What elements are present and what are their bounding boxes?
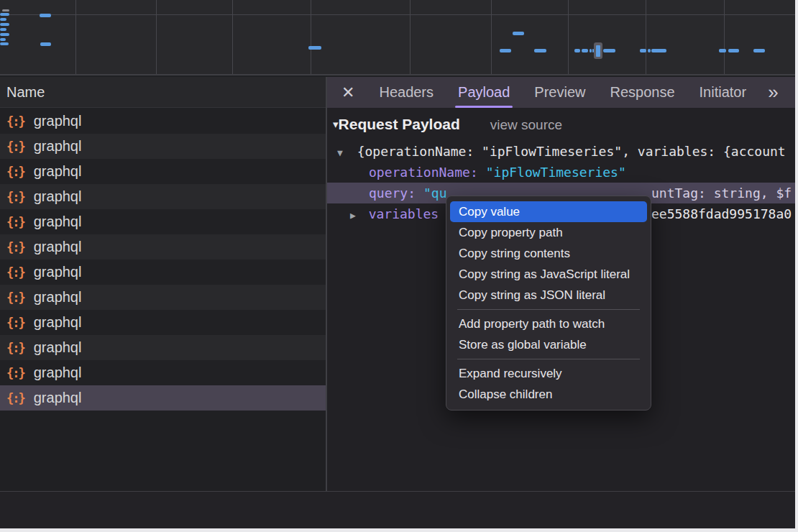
timeline-request-bar xyxy=(651,49,666,52)
menu-item-copy-string-as-javascript-literal[interactable]: Copy string as JavaScript literal xyxy=(446,264,651,285)
details-tab-bar: ✕ HeadersPayloadPreviewResponseInitiator… xyxy=(327,77,795,108)
view-source-link[interactable]: view source xyxy=(490,117,562,132)
timeline-gridline xyxy=(646,0,646,75)
json-braces-icon: {:} xyxy=(6,215,24,229)
variables-key: variables xyxy=(369,206,439,221)
expand-triangle-icon[interactable]: ▼ xyxy=(337,142,343,162)
json-braces-icon: {:} xyxy=(6,366,24,380)
timeline-gray-tick xyxy=(2,9,9,12)
menu-item-copy-property-path[interactable]: Copy property path xyxy=(446,222,651,243)
expand-triangle-icon[interactable]: ▶ xyxy=(350,205,356,224)
network-overview-timeline[interactable] xyxy=(0,0,795,75)
timeline-request-bar xyxy=(0,23,9,26)
menu-item-copy-string-contents[interactable]: Copy string contents xyxy=(446,243,651,264)
menu-separator xyxy=(457,309,640,310)
timeline-gridline xyxy=(232,0,233,75)
request-name: graphql xyxy=(34,214,82,230)
timeline-request-bar xyxy=(513,32,524,35)
timeline-gridline xyxy=(156,0,157,75)
query-value-right-fragment: untTag: string, $f xyxy=(651,183,792,203)
timeline-selected-marker-bar xyxy=(596,45,600,57)
devtools-network-panel: Name ✕ HeadersPayloadPreviewResponseInit… xyxy=(0,0,795,528)
timeline-request-bar xyxy=(728,49,739,52)
operation-name-value: "ipFlowTimeseries" xyxy=(486,165,626,180)
tab-preview[interactable]: Preview xyxy=(534,77,585,108)
json-braces-icon: {:} xyxy=(6,341,24,355)
request-name: graphql xyxy=(34,264,82,280)
timeline-request-bar xyxy=(640,49,646,52)
request-row[interactable]: {:}graphql xyxy=(0,209,326,234)
menu-separator xyxy=(457,359,640,359)
menu-item-store-as-global-variable[interactable]: Store as global variable xyxy=(446,334,651,355)
request-name: graphql xyxy=(34,314,82,331)
timeline-gridline xyxy=(0,14,795,15)
json-braces-icon: {:} xyxy=(6,265,24,280)
request-name: graphql xyxy=(34,138,82,155)
menu-item-copy-string-as-json-literal[interactable]: Copy string as JSON literal xyxy=(446,285,651,306)
request-row[interactable]: {:}graphql xyxy=(0,260,326,285)
request-name: graphql xyxy=(34,239,82,255)
request-row[interactable]: {:}graphql xyxy=(0,109,326,134)
menu-item-expand-recursively[interactable]: Expand recursively xyxy=(446,363,651,384)
request-name: graphql xyxy=(34,113,82,129)
request-name: graphql xyxy=(34,289,82,306)
menu-item-add-property-path-to-watch[interactable]: Add property path to watch xyxy=(446,313,651,334)
request-name: graphql xyxy=(34,163,82,180)
name-column-header[interactable]: Name xyxy=(0,77,326,108)
json-braces-icon: {:} xyxy=(6,240,24,254)
tab-initiator[interactable]: Initiator xyxy=(700,77,747,108)
timeline-request-bar xyxy=(719,49,726,52)
request-row[interactable]: {:}graphql xyxy=(0,335,326,360)
json-braces-icon: {:} xyxy=(6,290,24,305)
operation-name-row[interactable]: operationName:"ipFlowTimeseries" xyxy=(327,162,795,183)
request-row[interactable]: {:}graphql xyxy=(0,385,326,411)
query-key: query: xyxy=(369,185,416,201)
request-row[interactable]: {:}graphql xyxy=(0,285,326,310)
timeline-request-bar xyxy=(0,28,6,31)
timeline-gridline xyxy=(568,0,569,75)
payload-summary-row[interactable]: ▼ {operationName: "ipFlowTimeseries", va… xyxy=(327,141,795,162)
close-icon[interactable]: ✕ xyxy=(341,83,354,102)
timeline-request-bar xyxy=(40,42,51,46)
request-name: graphql xyxy=(34,339,82,356)
timeline-request-bar xyxy=(0,42,9,45)
page-background: Name ✕ HeadersPayloadPreviewResponseInit… xyxy=(0,0,798,532)
json-braces-icon: {:} xyxy=(6,165,24,179)
timeline-gridline xyxy=(75,0,76,75)
more-tabs-icon[interactable]: » xyxy=(768,81,776,104)
query-value-left: "qu xyxy=(423,185,447,201)
request-row[interactable]: {:}graphql xyxy=(0,134,326,159)
timeline-request-bar xyxy=(40,14,51,17)
operation-name-key: operationName: xyxy=(369,165,478,180)
variables-value-right-fragment: ee5588fdad995178a0 xyxy=(651,203,792,224)
timeline-request-bar xyxy=(590,49,592,52)
request-list: {:}graphql{:}graphql{:}graphql{:}graphql… xyxy=(0,109,326,491)
collapse-triangle-icon[interactable]: ▾ xyxy=(333,118,339,130)
request-row[interactable]: {:}graphql xyxy=(0,234,326,260)
tab-headers[interactable]: Headers xyxy=(379,77,434,108)
request-row[interactable]: {:}graphql xyxy=(0,360,326,385)
request-row[interactable]: {:}graphql xyxy=(0,159,326,184)
request-payload-header: ▾Request Payloadview source xyxy=(327,116,795,137)
bottom-empty-area xyxy=(0,492,795,528)
timeline-gridline xyxy=(724,0,725,75)
name-column-label: Name xyxy=(6,84,45,100)
request-row[interactable]: {:}graphql xyxy=(0,310,326,335)
timeline-request-bar xyxy=(0,13,9,16)
timeline-request-bar xyxy=(0,38,6,41)
json-braces-icon: {:} xyxy=(6,139,24,154)
tab-payload[interactable]: Payload xyxy=(458,77,510,108)
request-name: graphql xyxy=(34,188,82,205)
tab-response[interactable]: Response xyxy=(610,77,674,108)
menu-item-collapse-children[interactable]: Collapse children xyxy=(446,384,651,405)
timeline-gridline xyxy=(311,0,311,75)
request-name: graphql xyxy=(34,364,82,381)
menu-item-copy-value[interactable]: Copy value xyxy=(450,201,647,222)
timeline-request-bar xyxy=(308,46,321,50)
header-band: Name ✕ HeadersPayloadPreviewResponseInit… xyxy=(0,77,795,108)
request-row[interactable]: {:}graphql xyxy=(0,184,326,209)
timeline-request-bar xyxy=(582,49,588,52)
timeline-request-bar xyxy=(0,33,9,36)
timeline-request-bar xyxy=(534,49,546,52)
timeline-request-bar xyxy=(500,49,511,52)
